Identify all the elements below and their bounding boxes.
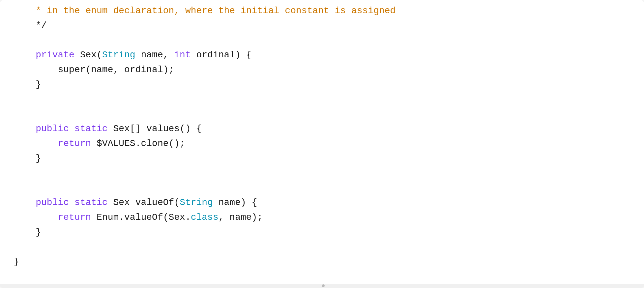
code-line: * in the enum declaration, where the ini… (14, 4, 630, 18)
code-line: } (14, 225, 630, 240)
code-line (14, 240, 630, 255)
code-line (14, 166, 630, 181)
code-line (14, 107, 630, 122)
code-line: public static Sex[] values() { (14, 122, 630, 136)
code-line: return $VALUES.clone(); (14, 136, 630, 151)
code-line: */ (14, 18, 630, 33)
code-line: } (14, 151, 630, 166)
horizontal-scrollbar[interactable] (0, 284, 644, 288)
code-line: } (14, 77, 630, 92)
code-line: return Enum.valueOf(Sex.class, name); (14, 210, 630, 225)
code-line (14, 33, 630, 48)
code-line (14, 92, 630, 107)
code-line: public static Sex valueOf(String name) { (14, 195, 630, 210)
code-editor[interactable]: * in the enum declaration, where the ini… (0, 0, 644, 288)
code-content: * in the enum declaration, where the ini… (0, 4, 644, 284)
code-line: private Sex(String name, int ordinal) { (14, 48, 630, 63)
code-line: } (14, 255, 630, 270)
code-line: super(name, ordinal); (14, 63, 630, 77)
code-line (14, 181, 630, 196)
scrollbar-thumb[interactable] (322, 284, 325, 287)
